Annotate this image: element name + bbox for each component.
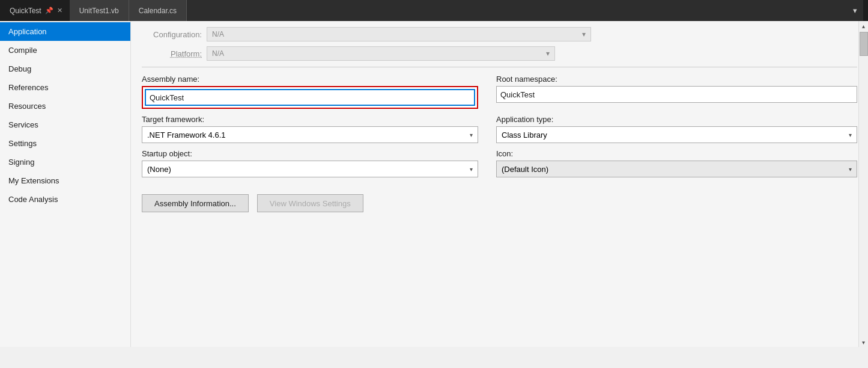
application-type-label: Application type: [496, 115, 857, 124]
configuration-select[interactable]: N/A ▾ [207, 27, 591, 41]
sidebar-item-services[interactable]: Services [0, 115, 130, 134]
assembly-name-wrapper [142, 86, 478, 109]
root-namespace-group: Root namespace: [496, 75, 857, 109]
application-type-arrow: ▾ [849, 132, 852, 138]
icon-select[interactable]: (Default Icon) ▾ [496, 161, 857, 177]
project-tab[interactable]: QuickTest 📌 ✕ [5, 7, 67, 15]
scroll-down-arrow[interactable]: ▾ [859, 337, 868, 347]
platform-label: Platform: [142, 49, 202, 58]
tab-calendar[interactable]: Calendar.cs [129, 0, 187, 21]
buttons-row: Assembly Information... View Windows Set… [142, 194, 857, 212]
icon-group: Icon: (Default Icon) ▾ [496, 149, 857, 177]
startup-object-group: Startup object: (None) ▾ [142, 149, 478, 177]
root-namespace-label: Root namespace: [496, 75, 857, 84]
assembly-information-button[interactable]: Assembly Information... [142, 194, 249, 212]
close-icon[interactable]: ✕ [57, 7, 62, 14]
configuration-row: Configuration: N/A ▾ [142, 27, 857, 41]
tabs-dropdown-arrow[interactable]: ▾ [847, 6, 863, 15]
icon-arrow: ▾ [849, 166, 852, 173]
scroll-thumb[interactable] [860, 32, 868, 56]
content-area: Configuration: N/A ▾ Platform: N/A ▾ Ass… [131, 21, 868, 347]
sidebar-item-code-analysis[interactable]: Code Analysis [0, 190, 130, 209]
sidebar-item-debug[interactable]: Debug [0, 60, 130, 78]
startup-object-label: Startup object: [142, 149, 478, 158]
sidebar-item-my-extensions[interactable]: My Extensions [0, 171, 130, 190]
platform-row: Platform: N/A ▾ [142, 46, 857, 61]
sidebar: Application Compile Debug References Res… [0, 21, 131, 347]
platform-dropdown-arrow: ▾ [546, 49, 550, 58]
sidebar-item-references[interactable]: References [0, 78, 130, 97]
root-namespace-input[interactable] [496, 86, 857, 103]
target-framework-arrow: ▾ [470, 132, 473, 138]
sidebar-item-signing[interactable]: Signing [0, 153, 130, 171]
application-type-select[interactable]: Class Library ▾ [496, 126, 857, 143]
title-bar: QuickTest 📌 ✕ UnitTest1.vb Calendar.cs ▾ [0, 0, 868, 21]
pin-icon[interactable]: 📌 [45, 7, 53, 14]
sidebar-item-settings[interactable]: Settings [0, 134, 130, 153]
config-dropdown-arrow: ▾ [582, 30, 586, 38]
main-layout: Application Compile Debug References Res… [0, 21, 868, 347]
assembly-name-label: Assembly name: [142, 75, 478, 84]
scroll-up-arrow[interactable]: ▴ [859, 21, 868, 31]
view-windows-settings-button[interactable]: View Windows Settings [257, 194, 363, 212]
platform-select[interactable]: N/A ▾ [207, 46, 555, 61]
target-framework-group: Target framework: .NET Framework 4.6.1 ▾ [142, 115, 478, 143]
project-name: QuickTest [10, 7, 41, 15]
target-framework-select[interactable]: .NET Framework 4.6.1 ▾ [142, 126, 478, 143]
tab-unittest[interactable]: UnitTest1.vb [70, 0, 129, 21]
startup-object-select[interactable]: (None) ▾ [142, 161, 478, 177]
target-framework-label: Target framework: [142, 115, 478, 124]
divider [142, 67, 857, 67]
form-grid: Assembly name: Root namespace: Target fr… [142, 75, 857, 177]
sidebar-item-compile[interactable]: Compile [0, 41, 130, 60]
startup-object-arrow: ▾ [470, 166, 473, 173]
sidebar-item-application[interactable]: Application [0, 22, 130, 41]
sidebar-item-resources[interactable]: Resources [0, 97, 130, 115]
assembly-name-group: Assembly name: [142, 75, 478, 109]
tabs-bar: UnitTest1.vb Calendar.cs ▾ [70, 0, 863, 21]
assembly-name-input[interactable] [145, 89, 475, 106]
configuration-label: Configuration: [142, 30, 202, 39]
scrollbar: ▴ ▾ [858, 21, 868, 347]
application-type-group: Application type: Class Library ▾ [496, 115, 857, 143]
icon-label: Icon: [496, 149, 857, 158]
